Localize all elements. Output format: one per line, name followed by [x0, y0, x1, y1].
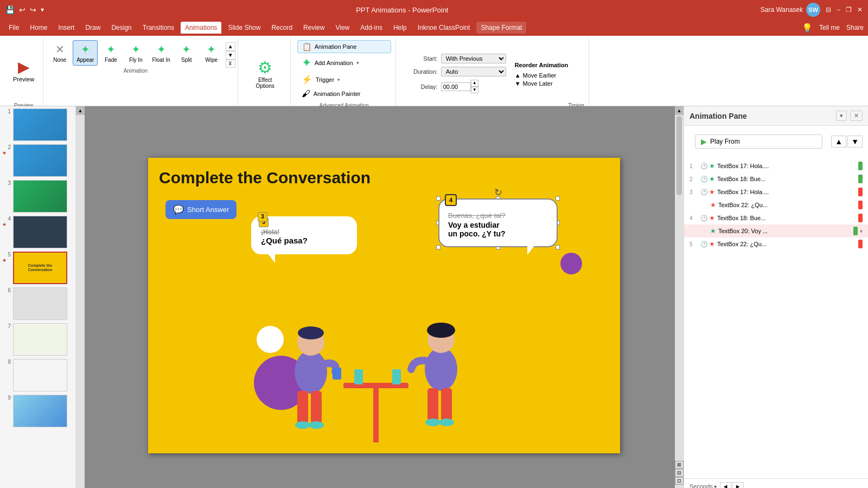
- handle-tl[interactable]: [436, 196, 441, 201]
- delay-down[interactable]: ▼: [471, 87, 478, 93]
- delay-up[interactable]: ▲: [471, 80, 478, 86]
- animation-pane-toggle[interactable]: 📋 Animation Pane: [297, 40, 391, 53]
- window-layout-icon[interactable]: ⊟: [826, 6, 831, 14]
- seconds-label[interactable]: Seconds ▾: [690, 483, 717, 488]
- anim-item-5[interactable]: 5 🕐 ★ TextBox 22: ¿Qu...: [684, 237, 868, 251]
- trigger-dropdown[interactable]: ▾: [337, 77, 340, 82]
- play-icon: ▶: [18, 58, 30, 76]
- slide-thumb-8[interactable]: 8: [2, 359, 73, 391]
- right-scroll-up[interactable]: ▲: [675, 106, 684, 115]
- slide-thumb-1[interactable]: 1: [2, 108, 73, 141]
- preview-button[interactable]: ▶ Preview: [9, 56, 39, 85]
- duration-select[interactable]: Auto 0.5s 1s 2s: [441, 67, 506, 76]
- right-vertical-scrollbar[interactable]: ▲ ⊞ ⊟ ⊡ ▼: [675, 106, 684, 488]
- add-animation-dropdown[interactable]: ▾: [356, 60, 359, 66]
- save-icon[interactable]: 💾: [5, 5, 15, 14]
- fit-slide-down[interactable]: ⊟: [675, 469, 684, 477]
- slide-num-6: 6: [2, 287, 11, 293]
- animation-flyin-btn[interactable]: ✦ Fly In: [124, 41, 148, 65]
- anim-item-3[interactable]: 3 🕐 ★ TextBox 17: Hola....: [684, 185, 868, 198]
- menu-design[interactable]: Design: [107, 22, 136, 34]
- restore-button[interactable]: ❐: [846, 6, 852, 14]
- menu-record[interactable]: Record: [267, 22, 297, 34]
- add-animation-button[interactable]: ✦ Add Animation ▾: [297, 54, 391, 72]
- timeline-navigation: ◄ ►: [720, 482, 744, 488]
- anim-more[interactable]: ⊻: [226, 60, 235, 68]
- menu-slideshow[interactable]: Slide Show: [224, 22, 265, 34]
- anim-item-3b[interactable]: ★ TextBox 22: ¿Qu...: [684, 198, 868, 211]
- slide-thumb-6[interactable]: 6: [2, 287, 73, 320]
- menu-addins[interactable]: Add-ins: [356, 22, 387, 34]
- animation-pane-dropdown-btn[interactable]: ▾: [836, 111, 847, 121]
- anim-item-icons-5: 🕐 ★: [700, 240, 715, 248]
- slide-img-2: [13, 144, 67, 177]
- menu-home[interactable]: Home: [25, 22, 52, 34]
- menu-review[interactable]: Review: [299, 22, 329, 34]
- fit-slide-fit[interactable]: ⊡: [675, 477, 684, 485]
- anim-scroll-down[interactable]: ▼: [226, 51, 235, 60]
- seconds-dropdown[interactable]: ▾: [714, 484, 717, 489]
- timeline-next-btn[interactable]: ►: [732, 482, 744, 488]
- anim-scroll-up[interactable]: ▲: [226, 42, 235, 51]
- rotate-handle[interactable]: ↻: [494, 187, 502, 198]
- close-button[interactable]: ✕: [857, 6, 863, 14]
- handle-bl[interactable]: [436, 245, 441, 249]
- menu-file[interactable]: File: [4, 22, 23, 34]
- bubble-right-badge: 4: [445, 194, 457, 206]
- animation-painter-button[interactable]: 🖌 Animation Painter: [297, 87, 391, 100]
- animation-floatin-btn[interactable]: ✦ Float In: [149, 41, 173, 65]
- animation-none-btn[interactable]: ✕ None: [48, 41, 72, 65]
- delay-input[interactable]: [441, 82, 471, 91]
- anim-nav-up[interactable]: ▲: [831, 136, 846, 147]
- share-button[interactable]: Share: [846, 24, 864, 31]
- menu-help[interactable]: Help: [389, 22, 411, 34]
- move-earlier-button[interactable]: ▲ Move Earlier: [515, 72, 569, 79]
- slide-thumb-4[interactable]: 4 ★: [2, 216, 73, 248]
- redo-icon[interactable]: ↪: [30, 5, 36, 14]
- animation-appear-btn[interactable]: ✦ Appear: [73, 40, 98, 66]
- item-expand-arrow[interactable]: ▾: [860, 228, 863, 234]
- slide-thumb-7[interactable]: 7: [2, 323, 73, 356]
- menu-animations[interactable]: Animations: [181, 22, 221, 34]
- anim-item-2[interactable]: 2 🕐 ★ TextBox 18: Bue...: [684, 172, 868, 185]
- undo-icon[interactable]: ↩: [19, 5, 25, 14]
- short-answer-button[interactable]: 💬 Short Answer: [165, 200, 237, 219]
- scroll-up-btn[interactable]: ▲: [76, 106, 85, 115]
- trigger-button[interactable]: ⚡ Trigger ▾: [297, 73, 391, 86]
- menu-insert[interactable]: Insert: [54, 22, 79, 34]
- timeline-prev-btn[interactable]: ◄: [720, 482, 731, 488]
- move-later-button[interactable]: ▼ Move Later: [515, 80, 569, 87]
- user-info: Sara Wanasek SW: [761, 3, 820, 17]
- start-select[interactable]: With Previous On Click After Previous: [441, 54, 506, 63]
- titlebar: 💾 ↩ ↪ ▾ PPT Animations - PowerPoint Sara…: [0, 0, 868, 20]
- menu-draw[interactable]: Draw: [81, 22, 105, 34]
- animation-split-btn[interactable]: ✦ Split: [175, 41, 199, 65]
- play-from-row: ▶ Play From ▲ ▼: [690, 130, 863, 153]
- fit-slide-up[interactable]: ⊞: [675, 461, 684, 468]
- play-from-button[interactable]: ▶ Play From: [695, 134, 822, 149]
- animation-pane-close-btn[interactable]: ✕: [850, 111, 863, 121]
- vertical-scrollbar[interactable]: ▲ ▼: [76, 106, 85, 488]
- slide-thumb-3[interactable]: 3: [2, 180, 73, 213]
- slide-thumb-9[interactable]: 9: [2, 395, 73, 427]
- effect-options-button[interactable]: ⚙ Effect Options: [245, 56, 286, 91]
- anim-item-icons-3b: ★: [710, 201, 716, 209]
- anim-nav-down[interactable]: ▼: [847, 136, 863, 147]
- handle-tr[interactable]: [556, 196, 560, 201]
- menu-inknoe[interactable]: Inknoe ClassPoint: [413, 22, 475, 34]
- menu-shape-format[interactable]: Shape Format: [476, 22, 526, 34]
- menu-transitions[interactable]: Transitions: [138, 22, 178, 34]
- anim-item-4b[interactable]: ★ TextBox 20: Voy ... ▾: [684, 224, 868, 237]
- minimize-button[interactable]: −: [837, 6, 840, 14]
- slide-thumb-2[interactable]: 2 ★: [2, 144, 73, 177]
- animation-wipe-btn[interactable]: ✦ Wipe: [200, 41, 224, 65]
- anim-item-1[interactable]: 1 🕐 ★ TextBox 17: Hola....: [684, 159, 868, 172]
- menu-view[interactable]: View: [331, 22, 354, 34]
- handle-br[interactable]: [556, 245, 560, 249]
- slide-thumb-5[interactable]: 5 ★ Complete theConversation: [2, 252, 73, 284]
- tell-me-label[interactable]: Tell me: [819, 24, 840, 31]
- play-from-icon: ▶: [701, 137, 707, 146]
- reorder-section: Reorder Animation ▲ Move Earlier ▼ Move …: [515, 62, 569, 87]
- animation-fade-btn[interactable]: ✦ Fade: [99, 41, 123, 65]
- anim-item-4[interactable]: 4 🕐 ★ TextBox 18: Bue...: [684, 211, 868, 224]
